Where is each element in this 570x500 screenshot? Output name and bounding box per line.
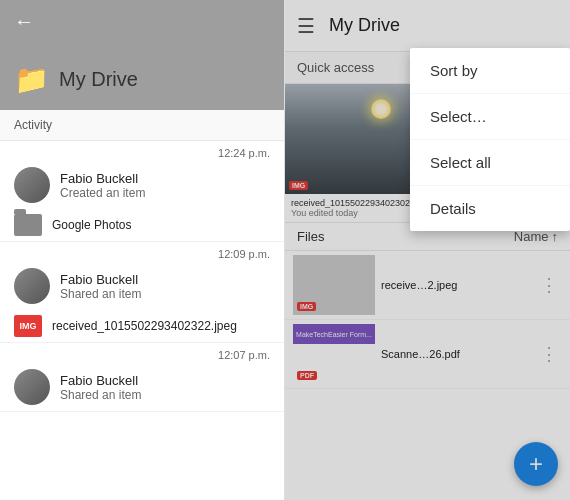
activity-time-1: 12:24 p.m. (0, 141, 284, 161)
left-title: My Drive (59, 68, 138, 91)
activity-name-3: Fabio Buckell (60, 373, 270, 388)
avatar-img-1 (14, 167, 50, 203)
left-header: ← 📁 My Drive (0, 0, 284, 110)
activity-time-2: 12:09 p.m. (0, 242, 284, 262)
dropdown-item-sort-by[interactable]: Sort by (410, 48, 570, 94)
activity-text-2: Fabio Buckell Shared an item (60, 272, 270, 301)
dropdown-item-select[interactable]: Select… (410, 94, 570, 140)
left-panel: ← 📁 My Drive Activity 12:24 p.m. Fabio B… (0, 0, 285, 500)
dropdown-item-details[interactable]: Details (410, 186, 570, 231)
right-panel: ☰ My Drive Sort by Select… Select all De… (285, 0, 570, 500)
activity-group-1: 12:24 p.m. Fabio Buckell Created an item… (0, 141, 284, 242)
image-icon-small-2: IMG (14, 315, 42, 337)
back-button[interactable]: ← (14, 10, 34, 33)
folder-icon-small-1 (14, 214, 42, 236)
file-item-2: IMG received_1015502293402322.jpeg (0, 310, 284, 342)
activity-item-2: Fabio Buckell Shared an item (0, 262, 284, 310)
file-name-1: Google Photos (52, 218, 131, 232)
activity-group-2: 12:09 p.m. Fabio Buckell Shared an item … (0, 242, 284, 343)
activity-text-3: Fabio Buckell Shared an item (60, 373, 270, 402)
avatar-img-3 (14, 369, 50, 405)
dropdown-item-select-all[interactable]: Select all (410, 140, 570, 186)
activity-time-3: 12:07 p.m. (0, 343, 284, 363)
dropdown-menu: Sort by Select… Select all Details (410, 48, 570, 231)
activity-label: Activity (0, 110, 284, 141)
activity-item-1: Fabio Buckell Created an item (0, 161, 284, 209)
activity-name-2: Fabio Buckell (60, 272, 270, 287)
file-item-1: Google Photos (0, 209, 284, 241)
activity-list: 12:24 p.m. Fabio Buckell Created an item… (0, 141, 284, 500)
activity-name-1: Fabio Buckell (60, 171, 270, 186)
file-name-2: received_1015502293402322.jpeg (52, 319, 237, 333)
header-top: ← (14, 10, 34, 33)
avatar-1 (14, 167, 50, 203)
activity-desc-1: Created an item (60, 186, 270, 200)
folder-icon: 📁 (14, 63, 49, 96)
activity-text-1: Fabio Buckell Created an item (60, 171, 270, 200)
avatar-3 (14, 369, 50, 405)
avatar-img-2 (14, 268, 50, 304)
activity-desc-3: Shared an item (60, 388, 270, 402)
avatar-2 (14, 268, 50, 304)
activity-desc-2: Shared an item (60, 287, 270, 301)
header-folder-row: 📁 My Drive (14, 63, 138, 100)
activity-item-3: Fabio Buckell Shared an item (0, 363, 284, 411)
activity-group-3: 12:07 p.m. Fabio Buckell Shared an item (0, 343, 284, 412)
